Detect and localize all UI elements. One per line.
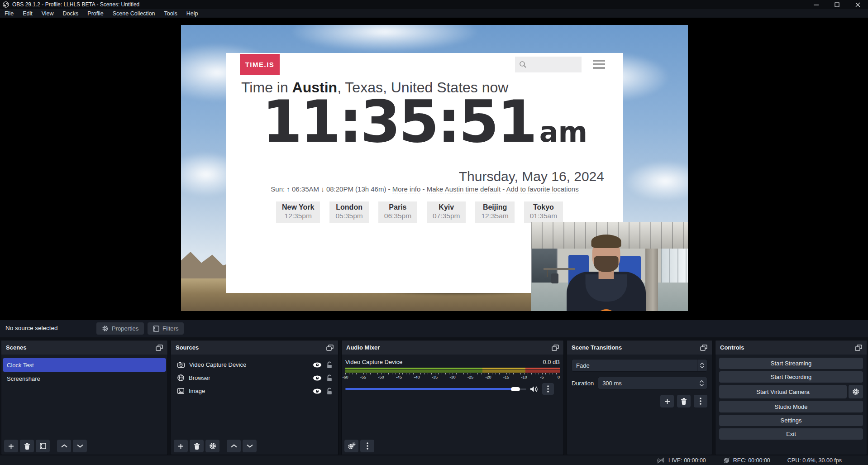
transitions-dock-header[interactable]: Scene Transitions <box>567 340 712 355</box>
properties-button[interactable]: Properties <box>96 322 144 335</box>
duration-spin-arrows[interactable] <box>698 380 707 386</box>
city-time: 05:35pm <box>335 212 362 220</box>
mixer-channel: Video Capture Device 0.0 dB -60 -55 -50 … <box>342 355 563 440</box>
start-virtual-camera-button[interactable]: Start Virtual Camera <box>719 385 847 398</box>
speaker-icon[interactable] <box>530 386 539 393</box>
chevron-up-icon <box>700 380 704 383</box>
scene-filters-button[interactable] <box>36 440 50 452</box>
exit-button[interactable]: Exit <box>719 428 863 440</box>
volume-slider[interactable] <box>345 387 526 391</box>
gears-icon <box>348 442 356 450</box>
source-properties-button[interactable] <box>205 440 219 452</box>
tick-label: 0 <box>558 375 560 379</box>
close-icon[interactable] <box>847 0 868 9</box>
menu-scene-collection[interactable]: Scene Collection <box>108 9 160 18</box>
popup-icon[interactable] <box>700 345 707 351</box>
meter-scale: -60 -55 -50 -45 -40 -35 -30 -25 -20 -15 … <box>345 373 560 380</box>
tick-label: -20 <box>486 375 491 379</box>
remove-scene-button[interactable] <box>20 440 34 452</box>
move-scene-up-button[interactable] <box>57 440 71 452</box>
studio-mode-button[interactable]: Studio Mode <box>719 401 863 412</box>
mixer-menu-button[interactable] <box>360 440 374 452</box>
live-status: LIVE: 00:00:00 <box>656 457 706 464</box>
city-name: Kyiv <box>433 203 460 211</box>
menu-help[interactable]: Help <box>182 9 203 18</box>
popup-icon[interactable] <box>552 345 559 351</box>
timeis-date: Thursday, May 16, 2024 <box>459 169 604 184</box>
separator: - <box>420 185 426 193</box>
city-tokyo: Tokyo01:35am <box>524 201 563 223</box>
controls-title: Controls <box>720 344 744 351</box>
eye-icon[interactable] <box>313 388 322 394</box>
add-scene-button[interactable] <box>4 440 18 452</box>
volume-slider-handle[interactable] <box>511 387 520 391</box>
settings-button[interactable]: Settings <box>719 415 863 426</box>
start-streaming-button[interactable]: Start Streaming <box>719 358 863 369</box>
menu-profile[interactable]: Profile <box>83 9 108 18</box>
popup-icon[interactable] <box>156 345 163 351</box>
controls-dock-header[interactable]: Controls <box>715 340 867 355</box>
transition-select[interactable]: Fade <box>572 359 707 372</box>
chevron-up-icon <box>61 444 67 448</box>
scene-item-screenshare[interactable]: Screenshare <box>3 372 166 385</box>
mixer-dock-header[interactable]: Audio Mixer <box>342 340 563 355</box>
tick-label: -5 <box>540 375 544 379</box>
scene-label: Screenshare <box>7 375 40 382</box>
add-transition-button[interactable] <box>660 395 674 407</box>
docks-area: Scenes Clock Test Screenshare Sources Vi… <box>0 337 868 455</box>
scene-label: Clock Test <box>7 362 34 369</box>
eye-icon[interactable] <box>313 362 322 368</box>
remove-source-button[interactable] <box>190 440 204 452</box>
city-newyork: New York12:35pm <box>276 201 320 223</box>
webcam-source[interactable] <box>531 222 688 311</box>
lock-open-icon[interactable] <box>326 388 333 395</box>
source-item-image[interactable]: Image <box>171 384 338 398</box>
lock-open-icon[interactable] <box>326 374 333 382</box>
city-paris: Paris06:35pm <box>378 201 417 223</box>
minimize-icon[interactable] <box>806 0 826 9</box>
city-time: 07:35pm <box>433 212 460 220</box>
transition-select-arrows[interactable] <box>697 360 707 371</box>
make-default-link: Make Austin time default <box>427 185 501 193</box>
scenes-dock-header[interactable]: Scenes <box>1 340 167 355</box>
world-cities-row: New York12:35pm London05:35pm Paris06:35… <box>276 201 563 223</box>
lock-open-icon[interactable] <box>326 361 333 369</box>
city-name: London <box>335 203 362 211</box>
move-scene-down-button[interactable] <box>73 440 87 452</box>
move-source-down-button[interactable] <box>243 440 257 452</box>
advanced-audio-button[interactable] <box>344 440 358 452</box>
sources-dock-header[interactable]: Sources <box>171 340 338 355</box>
tick-label: -35 <box>432 375 438 379</box>
title-bar: OBS 29.1.2 - Profile: LLHLS BETA - Scene… <box>0 0 868 9</box>
scene-item-clock-test[interactable]: Clock Test <box>3 358 166 372</box>
popup-icon[interactable] <box>855 345 862 351</box>
menu-tools[interactable]: Tools <box>160 9 182 18</box>
scene-list: Clock Test Screenshare <box>1 355 167 440</box>
source-list: Video Capture Device Browser Image <box>171 355 338 440</box>
source-item-browser[interactable]: Browser <box>171 371 338 384</box>
maximize-icon[interactable] <box>826 0 847 9</box>
popup-icon[interactable] <box>326 345 334 351</box>
plus-icon <box>178 443 184 449</box>
program-canvas[interactable]: TIME.IS Time in Austin, Texas, United St… <box>181 25 688 311</box>
transitions-title: Scene Transitions <box>572 344 622 351</box>
tick-label: -30 <box>449 375 455 379</box>
transition-properties-button[interactable] <box>694 395 707 407</box>
menu-view[interactable]: View <box>37 9 58 18</box>
menu-file[interactable]: File <box>0 9 18 18</box>
virtual-camera-config-button[interactable] <box>849 385 863 398</box>
hamburger-icon <box>593 60 605 69</box>
remove-transition-button[interactable] <box>677 395 691 407</box>
menu-docks[interactable]: Docks <box>58 9 83 18</box>
clock-ampm: am <box>539 115 587 149</box>
duration-spinbox[interactable]: 300 ms <box>598 377 707 389</box>
eye-icon[interactable] <box>313 375 322 381</box>
start-recording-button[interactable]: Start Recording <box>719 371 863 383</box>
menu-edit[interactable]: Edit <box>18 9 37 18</box>
add-source-button[interactable] <box>174 440 188 452</box>
mixer-channel-menu-button[interactable] <box>542 383 554 395</box>
source-item-video-capture[interactable]: Video Capture Device <box>171 358 338 371</box>
filters-button[interactable]: Filters <box>148 322 184 335</box>
move-source-up-button[interactable] <box>227 440 241 452</box>
scenes-title: Scenes <box>6 344 27 351</box>
